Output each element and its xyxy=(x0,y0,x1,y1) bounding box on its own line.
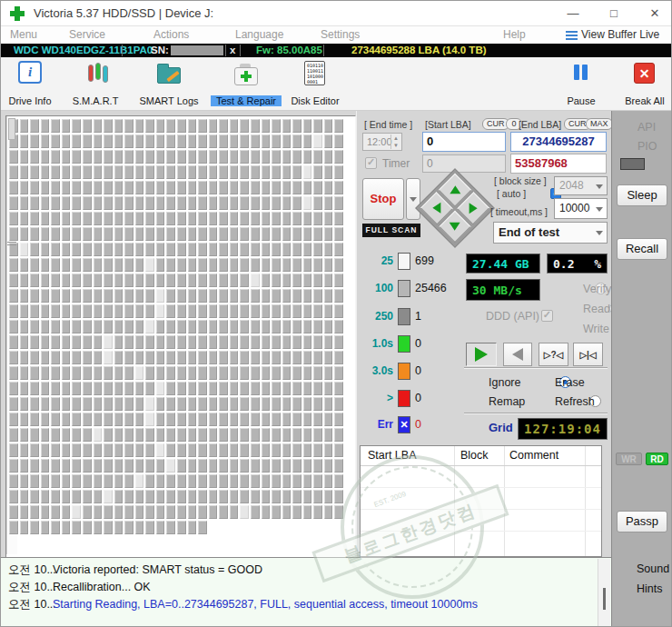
block-cell xyxy=(124,134,133,148)
block-cell xyxy=(156,243,165,256)
block-cell xyxy=(198,212,207,225)
block-cell xyxy=(272,119,281,133)
block-cell xyxy=(272,413,281,426)
stat-row: >0 xyxy=(361,389,421,407)
block-cell xyxy=(51,397,60,411)
block-cell xyxy=(83,243,92,256)
block-cell xyxy=(156,134,165,148)
menu-item-actions[interactable]: Actions xyxy=(153,28,189,41)
scrollbar-thumb[interactable] xyxy=(603,588,606,610)
block-cell xyxy=(41,490,50,503)
block-cell xyxy=(62,134,71,148)
block-cell xyxy=(177,274,186,287)
log-scrollbar[interactable] xyxy=(598,559,610,627)
stop-button[interactable]: Stop xyxy=(362,178,404,220)
block-cell xyxy=(124,227,133,241)
end-time-spinner[interactable]: 12:00 ▲▼ xyxy=(362,133,402,151)
seek-error-button[interactable]: ▷?◁ xyxy=(539,343,568,366)
timeout-select[interactable]: 10000 xyxy=(554,198,608,219)
full-scan-button[interactable]: FULL SCAN xyxy=(362,224,420,237)
block-cell xyxy=(303,320,312,333)
timeout-label: [ timeout,ms ] xyxy=(490,206,548,217)
block-cell xyxy=(219,397,228,411)
block-cell xyxy=(251,490,260,503)
menu-item-settings[interactable]: Settings xyxy=(321,28,360,41)
block-cell xyxy=(251,212,260,225)
block-cell xyxy=(83,304,92,318)
menu-item-menu[interactable]: Menu xyxy=(10,28,37,41)
maximize-button[interactable]: □ xyxy=(600,5,628,23)
timer-input[interactable]: 0 xyxy=(422,154,506,173)
seek-end-button[interactable]: ▷|◁ xyxy=(573,343,603,366)
end-lba-input[interactable]: 27344695287 xyxy=(510,132,607,152)
block-cell xyxy=(51,320,60,333)
block-cell xyxy=(334,474,343,488)
play-button[interactable] xyxy=(466,343,497,366)
block-cell xyxy=(292,413,301,426)
block-cell xyxy=(334,366,343,380)
block-cell xyxy=(156,366,165,380)
block-cell xyxy=(219,227,228,241)
block-cell xyxy=(104,289,113,303)
ddd-api-checkbox[interactable] xyxy=(541,310,553,322)
column-header-start-lba[interactable]: Start LBA xyxy=(368,449,417,462)
sleep-button[interactable]: Sleep xyxy=(617,184,667,206)
passp-button[interactable]: Passp xyxy=(617,511,667,532)
menu-item-help[interactable]: Help xyxy=(503,28,526,41)
end-action-select[interactable]: End of test xyxy=(493,222,608,244)
spinner-arrows-icon[interactable]: ▲▼ xyxy=(390,134,400,149)
block-cell xyxy=(230,382,239,395)
block-cell xyxy=(282,150,292,164)
recall-button[interactable]: Recall xyxy=(617,238,667,260)
menu-item-service[interactable]: Service xyxy=(69,28,105,41)
block-cell xyxy=(104,150,113,164)
block-cell xyxy=(41,474,50,488)
close-button[interactable]: ✕ xyxy=(641,5,668,23)
block-cell xyxy=(83,227,92,241)
block-cell xyxy=(324,443,333,457)
block-cell xyxy=(51,119,60,133)
block-cell xyxy=(303,474,312,488)
block-cell xyxy=(272,165,281,179)
block-cell xyxy=(240,212,249,225)
block-cell xyxy=(41,521,50,534)
column-header-block[interactable]: Block xyxy=(460,449,489,462)
block-cell xyxy=(145,212,154,225)
toolbar-label: Pause xyxy=(562,95,600,106)
serial-hide-button[interactable]: x xyxy=(230,44,235,57)
block-cell xyxy=(177,351,186,364)
block-cell xyxy=(230,490,239,503)
view-buffer-live-button[interactable]: View Buffer Live xyxy=(581,28,659,41)
block-cell xyxy=(292,196,301,210)
block-cell xyxy=(334,165,343,179)
recall-label: Recall xyxy=(626,242,658,255)
scrollbar-thumb[interactable] xyxy=(8,118,15,140)
menu-item-language[interactable]: Language xyxy=(235,28,283,41)
block-cell xyxy=(62,304,71,318)
block-cell xyxy=(145,304,154,318)
block-cell xyxy=(145,258,154,272)
block-cell xyxy=(188,443,197,457)
end-lba-max-button[interactable]: MAX xyxy=(586,118,613,130)
block-cell xyxy=(124,474,133,488)
column-header-comment[interactable]: Comment xyxy=(509,449,558,462)
timer-checkbox[interactable] xyxy=(365,157,377,169)
start-lba-input[interactable]: 0 xyxy=(422,132,506,152)
block-cell xyxy=(83,490,92,503)
block-cell xyxy=(262,150,271,164)
block-cell xyxy=(219,150,228,164)
block-cell xyxy=(62,505,71,519)
block-cell xyxy=(72,134,81,148)
block-cell xyxy=(72,119,81,133)
block-size-select[interactable]: 2048 xyxy=(554,176,608,195)
block-cell xyxy=(51,165,60,179)
block-cell xyxy=(94,490,103,503)
stat-color-swatch xyxy=(398,308,410,325)
block-cell xyxy=(156,413,165,426)
info-bubble-icon: i xyxy=(18,61,42,84)
stat-row: 10025466 xyxy=(361,279,447,297)
back-button[interactable] xyxy=(503,343,532,366)
block-cell xyxy=(62,289,71,303)
stop-dropdown-button[interactable] xyxy=(406,178,420,220)
minimize-button[interactable]: — xyxy=(559,5,587,23)
